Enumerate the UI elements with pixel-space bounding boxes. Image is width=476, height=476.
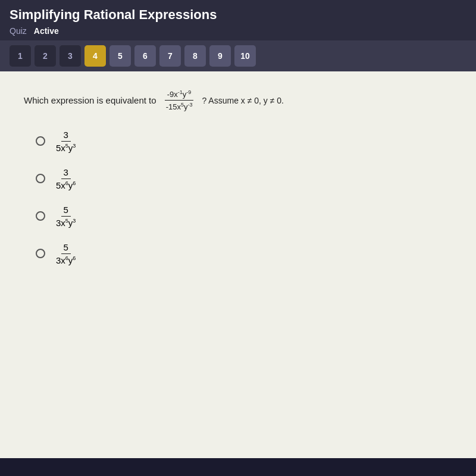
question-intro: Which expression is equivalent to bbox=[24, 95, 156, 105]
header: Simplifying Rational Expressions Quiz Ac… bbox=[0, 0, 476, 40]
nav-btn-4[interactable]: 4 bbox=[84, 45, 106, 67]
radio-option-2[interactable] bbox=[36, 174, 45, 183]
option-fraction-2[interactable]: 35x6y6 bbox=[54, 167, 78, 190]
option-fraction-1[interactable]: 35x5y3 bbox=[54, 130, 78, 153]
option-denominator: 3x5y3 bbox=[54, 217, 78, 228]
nav-btn-7[interactable]: 7 bbox=[159, 45, 181, 67]
option-numerator: 3 bbox=[61, 167, 71, 179]
radio-option-3[interactable] bbox=[36, 211, 45, 221]
page-title: Simplifying Rational Expressions bbox=[10, 7, 466, 23]
nav-btn-5[interactable]: 5 bbox=[109, 45, 131, 67]
fraction-denominator: -15x5y-3 bbox=[164, 101, 195, 111]
assume-text: ? Assume x ≠ 0, y ≠ 0. bbox=[202, 96, 284, 105]
option-row: 35x6y6 bbox=[36, 167, 452, 190]
expression-fraction: -9x-1y-9 -15x5y-3 bbox=[161, 89, 198, 112]
option-fraction-3[interactable]: 53x5y3 bbox=[54, 205, 78, 228]
option-denominator: 3x6y6 bbox=[54, 254, 78, 265]
quiz-label: Quiz bbox=[10, 26, 27, 36]
nav-btn-6[interactable]: 6 bbox=[134, 45, 156, 67]
options-list: 35x5y335x6y653x5y353x6y6 bbox=[24, 130, 452, 265]
nav-btn-10[interactable]: 10 bbox=[234, 45, 256, 67]
option-row: 35x5y3 bbox=[36, 130, 452, 153]
nav-btn-8[interactable]: 8 bbox=[184, 45, 206, 67]
option-numerator: 3 bbox=[61, 130, 71, 142]
option-denominator: 5x5y3 bbox=[54, 142, 78, 153]
nav-btn-9[interactable]: 9 bbox=[209, 45, 231, 67]
nav-btn-2[interactable]: 2 bbox=[35, 45, 56, 67]
content-area: Which expression is equivalent to -9x-1y… bbox=[0, 71, 476, 458]
question-nav: 12345678910 bbox=[0, 40, 476, 71]
radio-option-1[interactable] bbox=[36, 136, 45, 146]
fraction-numerator: -9x-1y-9 bbox=[165, 89, 194, 101]
nav-btn-3[interactable]: 3 bbox=[60, 45, 81, 67]
option-fraction-4[interactable]: 53x6y6 bbox=[54, 242, 78, 265]
option-row: 53x5y3 bbox=[36, 205, 452, 228]
active-label: Active bbox=[34, 26, 59, 36]
nav-btn-1[interactable]: 1 bbox=[10, 45, 31, 67]
question-text: Which expression is equivalent to -9x-1y… bbox=[24, 89, 452, 112]
option-denominator: 5x6y6 bbox=[54, 179, 78, 190]
option-numerator: 5 bbox=[61, 205, 71, 217]
option-numerator: 5 bbox=[61, 242, 71, 254]
radio-option-4[interactable] bbox=[36, 249, 45, 258]
option-row: 53x6y6 bbox=[36, 242, 452, 265]
